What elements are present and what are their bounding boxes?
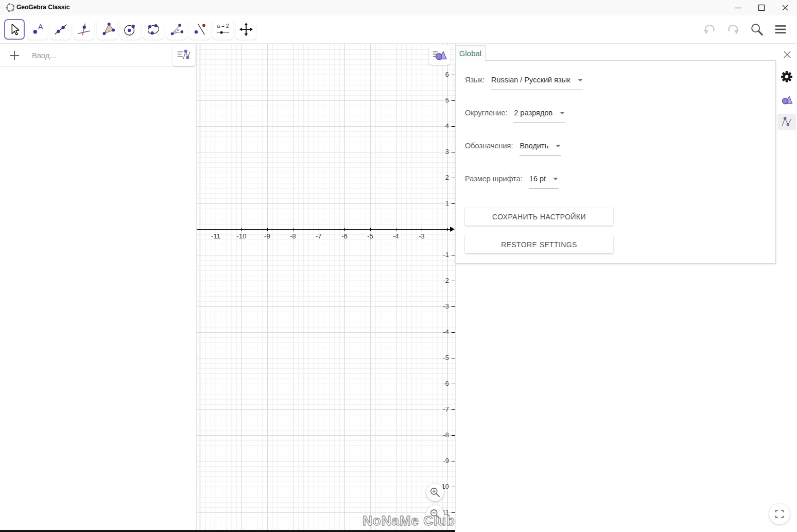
algebra-input-row [0,44,196,67]
graphics-settings-button[interactable] [779,92,794,107]
minimize-button[interactable] [726,0,750,15]
settings-panel-body: Язык:Russian / Русский языкОкругление:2 … [455,60,776,264]
y-tick [452,461,455,461]
y-tick [452,358,455,358]
y-tick [452,255,455,255]
undo-icon [702,22,717,37]
algebra-style-icon [176,47,192,63]
y-tick [452,384,455,384]
move-graphics-view-tool[interactable] [236,19,256,40]
x-axis [197,229,452,230]
menu-icon [773,22,788,37]
x-tick [344,228,345,231]
gear-icon [780,70,793,83]
circle-icon [123,22,138,37]
graphics-style-bar-button[interactable] [429,45,451,65]
rounding-dropdown[interactable]: 2 разрядов [513,108,565,123]
slider-tool[interactable]: a = 2 [213,19,233,40]
maximize-icon [756,3,767,13]
close-icon [780,3,790,13]
y-tick-label: -1 [443,251,449,259]
watermark: NoNaMe Club [362,513,455,529]
restore-settings-button[interactable]: RESTORE SETTINGS [465,235,613,253]
algebra-style-bar-button[interactable] [172,44,195,66]
y-tick-label: -7 [443,405,449,413]
geogebra-window: GeoGebra Classic Aαa = 2 [0,0,797,532]
point-tool[interactable]: A [27,19,48,40]
toolbar-right-icons [701,19,789,40]
fullscreen-icon [774,508,785,520]
y-tick [452,306,455,307]
y-tick-label: -5 [443,354,449,362]
point-icon: A [30,22,45,37]
save-settings-button[interactable]: СОХРАНИТЬ НАСТРОЙКИ [465,208,613,226]
tab-global[interactable]: Global [455,45,486,61]
reflect-tool[interactable] [189,19,210,40]
y-tick [452,332,455,333]
y-tick [452,409,455,410]
close-panel-icon [782,49,792,60]
conic-tool[interactable] [143,19,164,40]
y-tick-label: -4 [443,328,449,336]
algebra-view-icon [780,115,793,129]
settings-panel: Global Язык:Russian / Русский языкОкругл… [455,45,776,264]
algebra-input[interactable] [32,47,166,63]
plus-icon [9,50,20,61]
font-size-dropdown[interactable]: 16 pt [529,174,559,189]
reflect-icon [192,22,207,37]
perpendicular-line-tool[interactable] [74,19,94,40]
settings-row-rounding: Округление:2 разрядов [465,108,565,123]
angle-tool[interactable]: α [166,19,187,40]
fullscreen-button[interactable] [769,504,790,524]
line-tool[interactable] [50,19,71,40]
font-size-label: Размер шрифта: [465,175,523,183]
move-view-icon [238,22,254,37]
y-tick-label: -3 [443,302,449,310]
svg-text:A: A [38,23,43,31]
ellipse-icon [146,22,161,37]
labeling-label: Обозначения: [465,142,513,150]
close-button[interactable] [773,0,797,15]
add-expression-button[interactable] [8,49,21,62]
x-axis-arrow [450,227,455,232]
graphics-view[interactable]: -11-10-9-8-7-6-5-4-3654321-1-2-3-4-5-6-7… [197,44,455,530]
x-tick-label: -3 [419,232,425,240]
x-tick-label: -6 [341,232,348,240]
title-bar: GeoGebra Classic [0,0,797,15]
close-settings-button[interactable] [782,49,793,60]
x-tick-label: -7 [316,232,322,240]
x-tick [267,228,268,231]
global-settings-button[interactable] [779,70,794,84]
search-icon [749,22,765,37]
x-tick [241,228,242,231]
settings-row-language: Язык:Russian / Русский язык [465,75,583,90]
chevron-down-icon [578,79,583,81]
labeling-dropdown[interactable]: Вводить [519,141,562,156]
svg-text:a = 2: a = 2 [217,23,229,29]
svg-text:α: α [177,27,179,32]
maximize-button[interactable] [750,0,773,15]
rounding-value: 2 разрядов [514,109,552,117]
zoom-in-button[interactable] [426,484,444,501]
move-tool[interactable] [4,19,25,40]
search-button[interactable] [749,21,765,38]
x-tick [216,228,216,231]
y-tick [452,100,455,101]
polygon-icon [99,22,115,37]
y-tick-label: 6 [445,71,449,78]
language-dropdown[interactable]: Russian / Русский язык [491,75,583,90]
polygon-tool[interactable] [97,19,117,40]
y-tick-label: 3 [445,148,449,156]
rounding-label: Округление: [465,109,507,117]
undo-button[interactable] [701,21,718,38]
y-tick-label: 1 [445,199,449,207]
window-controls [726,0,797,15]
redo-button[interactable] [725,21,741,38]
x-tick-label: -5 [367,232,373,240]
circle-tool[interactable] [120,19,141,40]
menu-button[interactable] [772,21,789,38]
y-tick [452,178,455,178]
x-tick [293,228,293,231]
y-tick [452,152,455,152]
algebra-settings-button[interactable] [777,114,796,130]
